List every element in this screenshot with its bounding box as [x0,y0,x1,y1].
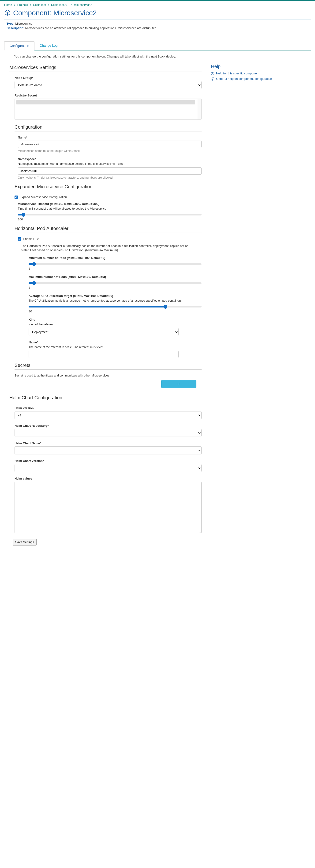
label-registry-secret: Registry Secret [14,94,202,97]
breadcrumb-stack[interactable]: ScaleTest001 [51,3,69,7]
desc-ref-name: The name of the referent to scale. The r… [29,345,202,349]
kind-select[interactable]: Deployment [29,328,179,336]
intro-text: You can change the configuration setting… [4,51,311,62]
cpu-target-slider[interactable] [29,306,202,308]
enable-hpa-checkbox[interactable] [18,237,21,241]
label-helm-name: Helm Chart Name* [14,441,202,445]
section-expanded-config: Expanded Microservice Configuration [14,184,202,191]
help-icon: ? [211,72,214,75]
label-max-pods: Maximum number of Pods (Min:1, Max:100, … [29,275,202,279]
hint-namespace: Only hyphens (-), dot (.), lowercase cha… [18,176,202,179]
help-title: Help [211,64,295,69]
helm-chart-version-select[interactable] [14,464,202,472]
tab-change-log[interactable]: Change Log [34,41,63,50]
label-timeout: Microservice Timeout (Min:100, Max:10,00… [18,202,202,206]
tabs: Configuration Change Log [4,41,311,51]
label-kind: Kind [29,318,202,321]
breadcrumb-sep: / [70,3,73,7]
helm-values-textarea[interactable] [14,482,202,533]
label-namespace: Namespace* [18,157,202,161]
helm-name-select[interactable] [14,446,202,455]
component-meta: Type: Microservice Description: Microser… [0,20,315,34]
expand-config-label: Expand Microservice Configuration [20,195,67,199]
label-helm-chart-version: Helm Chart Version* [14,459,202,463]
breadcrumb: Home / Projects / ScaleTest / ScaleTest0… [0,1,315,8]
breadcrumb-sep: / [13,3,16,7]
registry-secret-box[interactable] [14,99,202,120]
hpa-description: The Horizontal Pod Autoscaler automatica… [21,244,190,252]
expand-config-checkbox[interactable] [14,195,18,199]
hint-name: Microservice name must be unique within … [18,149,202,153]
component-icon [4,9,11,17]
secrets-description: Secret is used to authenticate and commu… [14,374,202,377]
add-secret-button[interactable]: + [161,380,197,388]
max-pods-value: 3 [29,286,202,289]
divider [4,34,311,34]
desc-timeout: Time (in milliseconds) that will be allo… [18,207,202,210]
breadcrumb-current[interactable]: Microservice2 [74,3,92,7]
node-group-select[interactable]: Default - t2.xlarge [14,81,202,89]
desc-kind: Kind of the referent [29,323,202,326]
helm-version-select[interactable]: v3 [14,411,202,419]
max-pods-slider[interactable] [29,282,202,284]
desc-cpu-target: The CPU utilization metric is a resource… [29,299,202,302]
label-helm-repo: Helm Chart Repository* [14,424,202,427]
label-min-pods: Minimum number of Pods (Min:1, Max:100, … [29,256,202,259]
save-settings-button[interactable]: Save Settings [13,539,37,546]
enable-hpa-label: Enable HPA [23,237,39,241]
breadcrumb-sep: / [29,3,32,7]
breadcrumb-project[interactable]: ScaleTest [33,3,46,7]
meta-desc-label: Description: [7,26,24,30]
section-helm: Helm Chart Configuration [9,395,202,402]
help-specific-link[interactable]: Help for this specific component [216,71,259,75]
help-icon: ? [211,77,214,81]
section-configuration: Configuration [14,124,202,131]
page-title-row: Component: Microservice2 [0,8,315,19]
timeout-value: 300 [18,218,202,221]
min-pods-value: 3 [29,267,202,270]
timeout-slider[interactable] [18,214,202,215]
name-input [18,141,202,148]
label-ref-name: Name* [29,341,202,344]
meta-type-value: Microservice [15,22,32,25]
registry-secret-bar [16,100,195,104]
breadcrumb-home[interactable]: Home [4,3,12,7]
cpu-target-value: 80 [29,310,202,313]
section-hpa: Horizontal Pod Autoscaler [14,226,202,233]
help-general-link[interactable]: General help on component configuration [216,77,272,81]
label-node-group: Node Group* [14,76,202,80]
namespace-input[interactable] [18,167,202,175]
section-secrets: Secrets [14,363,202,370]
ref-name-input[interactable] [29,351,179,358]
page-title: Component: Microservice2 [13,9,97,17]
meta-desc-value: Microservices are an architectural appro… [25,26,159,30]
scrollbar[interactable] [198,99,201,120]
meta-type-label: Type: [7,22,14,25]
label-cpu-target: Average CPU utilization target (Min:1, M… [29,294,202,298]
helm-repo-select[interactable] [14,429,202,437]
tab-configuration[interactable]: Configuration [4,41,34,51]
min-pods-slider[interactable] [29,264,202,265]
label-name: Name* [18,136,202,139]
breadcrumb-sep: / [47,3,50,7]
label-helm-version: Helm version [14,406,202,410]
section-microservices-settings: Microservices Settings [9,65,202,72]
help-panel: Help ? Help for this specific component … [211,62,295,539]
label-helm-values: Helm values [14,477,202,480]
breadcrumb-projects[interactable]: Projects [18,3,28,7]
desc-namespace: Namespace must match with a namespace de… [18,162,202,165]
